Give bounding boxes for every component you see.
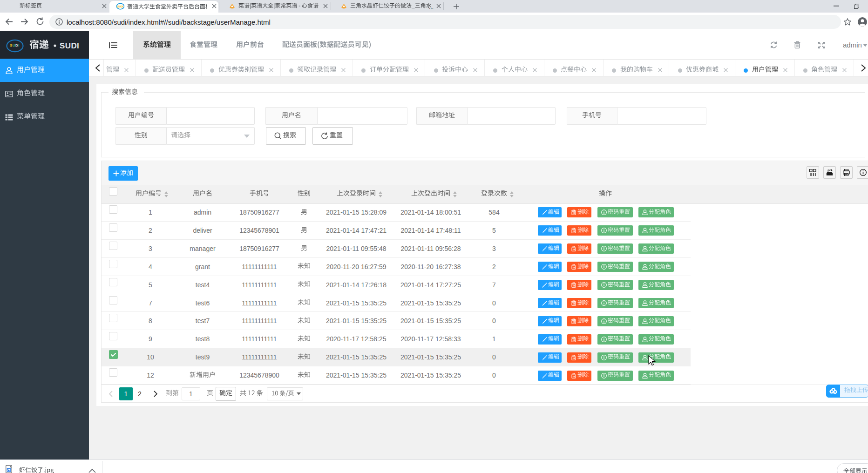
svg-text:SUDI: SUDI xyxy=(117,5,123,8)
